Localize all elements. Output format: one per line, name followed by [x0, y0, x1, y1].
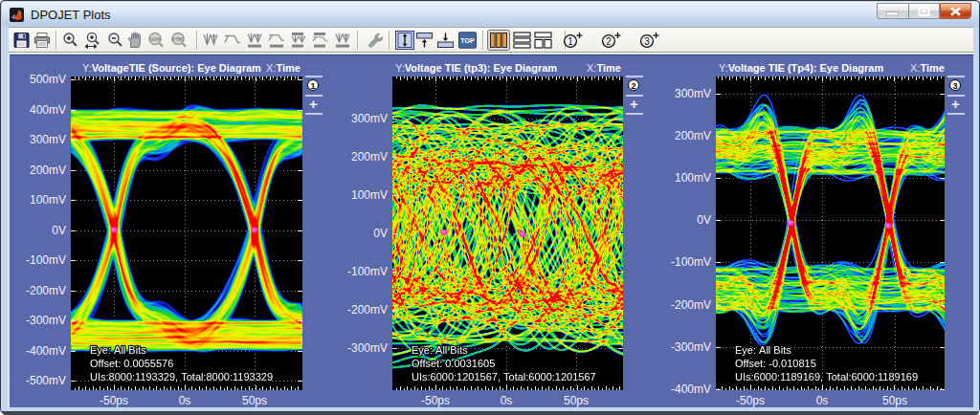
svg-text:1: 1 — [568, 36, 573, 47]
svg-text:100%: 100% — [149, 36, 162, 42]
svg-text:2: 2 — [606, 36, 612, 47]
svg-text:TOP: TOP — [460, 37, 475, 44]
svg-text:SYNC: SYNC — [171, 36, 185, 42]
svg-text:3: 3 — [644, 36, 650, 47]
